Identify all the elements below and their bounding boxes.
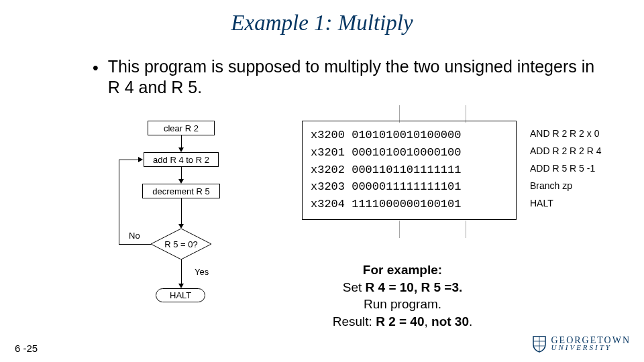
university-logo: GEORGETOWN UNIVERSITY [532,335,631,353]
hint-line: Run program. [364,297,441,311]
label-yes: Yes [195,267,209,277]
code-addr: x3204 [311,198,345,210]
arrow-head [178,224,184,229]
code-addr: x3201 [311,146,345,159]
arrow-head [178,147,184,152]
code-bits: 0101010010100000 [352,129,461,141]
hint-line: , [424,314,431,328]
shield-icon [532,335,547,353]
hint-line: Result: [333,314,376,328]
arrow [119,160,139,160]
hint-line: . [469,314,472,328]
annot: ADD R 5 R 5 -1 [530,160,602,177]
hint-line: Set [343,280,366,294]
hint-line: R 2 = 40 [376,314,424,328]
slide-number: 6 -25 [15,343,38,354]
code-addr: x3203 [311,180,345,193]
step-add: add R 4 to R 2 [144,152,219,167]
decision-label: R 5 = 0? [164,239,198,249]
annot: AND R 2 R 2 x 0 [530,125,602,142]
label-no: No [129,231,140,241]
arrow-head [178,179,184,184]
tick-mark [399,221,400,238]
decision-label-wrap: R 5 = 0? [151,229,211,259]
code-row: x3200 0101010010100000 [311,127,508,144]
code-row: x3202 0001101101111111 [311,162,508,179]
tick-mark [466,221,466,238]
code-addr: x3200 [311,129,345,141]
step-decrement: decrement R 5 [142,184,220,198]
arrow [181,135,182,149]
arrow [119,160,119,244]
code-block: x3200 0101010010100000 x3201 00010100100… [302,121,517,220]
step-decrement-label: decrement R 5 [152,186,209,196]
bullet-text: This program is supposed to multiply the… [108,56,604,99]
code-bits: 1111000000100101 [352,198,461,210]
flowchart: clear R 2 add R 4 to R 2 decrement R 5 R… [87,121,288,349]
arrow-head [178,284,184,288]
step-add-label: add R 4 to R 2 [153,155,209,165]
arrow-head [138,157,143,162]
logo-text: GEORGETOWN UNIVERSITY [551,337,631,351]
code-row: x3201 0001010010000100 [311,144,508,162]
logo-sub: UNIVERSITY [551,345,631,351]
code-bits: 0000011111111101 [352,180,461,193]
code-bits: 0001010010000100 [352,146,461,159]
arrow [181,198,182,225]
hint-line: R 4 = 10, R 5 =3. [366,280,463,294]
slide: Example 1: Multiply • This program is su… [0,0,644,362]
arrow [181,167,182,180]
bullet-item: • This program is supposed to multiply t… [93,56,604,99]
code-annotations: AND R 2 R 2 x 0 ADD R 2 R 2 R 4 ADD R 5 … [530,125,602,212]
code-row: x3204 1111000000100101 [311,196,508,213]
example-text: For example: Set R 4 = 10, R 5 =3. Run p… [295,261,510,330]
slide-title: Example 1: Multiply [0,11,644,36]
arrow [181,259,182,285]
annot: HALT [530,194,602,212]
annot: Branch zp [530,177,602,194]
code-row: x3203 0000011111111101 [311,178,508,196]
step-decision: R 5 = 0? [151,229,211,259]
code-addr: x3202 [311,164,345,176]
step-halt-label: HALT [170,290,191,300]
step-clear-label: clear R 2 [164,123,199,133]
annot: ADD R 2 R 2 R 4 [530,142,602,160]
hint-line: For example: [363,263,442,277]
bullet-dot: • [93,58,99,78]
hint-line: not 30 [431,314,469,328]
code-bits: 0001101101111111 [352,164,461,176]
step-clear: clear R 2 [148,121,215,135]
step-halt: HALT [156,288,205,302]
arrow [119,244,151,245]
